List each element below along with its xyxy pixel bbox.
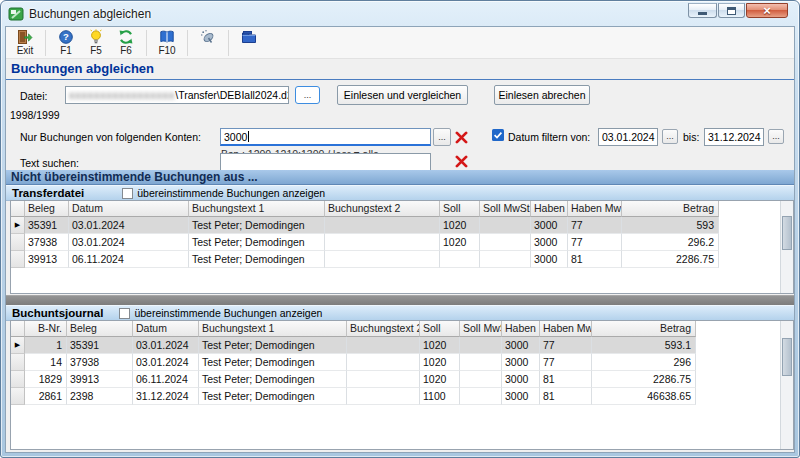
bulb-f5-button[interactable]: F5 <box>81 29 111 56</box>
date-to-input[interactable]: 31.12.2024 <box>704 128 764 146</box>
cell <box>480 251 531 268</box>
cell: 2861 <box>25 388 67 405</box>
clear-text-search-icon[interactable] <box>455 155 468 168</box>
row-selector: ▶ <box>11 217 25 234</box>
cell: 1829 <box>25 371 67 388</box>
accounts-browse-button[interactable]: ... <box>433 128 451 146</box>
date-filter-checkbox[interactable] <box>492 129 504 141</box>
cell: 06.11.2024 <box>69 251 189 268</box>
file-path-redacted: xxxxxxxxxxxxxxxxx <box>69 89 175 101</box>
col-header-haben: Haben <box>502 321 540 337</box>
date-from-input[interactable]: 03.01.2024 <box>598 128 658 146</box>
journal-section-header: Buchuntsjournal übereinstimmende Buchung… <box>6 305 794 321</box>
text-search-input[interactable] <box>220 153 431 171</box>
minimize-button[interactable] <box>688 3 717 18</box>
transmit-button[interactable] <box>193 29 223 45</box>
cell <box>347 354 420 371</box>
journal-f10-button[interactable]: F10 <box>152 29 182 56</box>
cell <box>460 388 502 405</box>
file-label: Datei: <box>20 90 47 102</box>
cell: 3000 <box>502 388 540 405</box>
scrollbar-thumb[interactable] <box>782 216 792 250</box>
svg-text:?: ? <box>63 31 69 42</box>
toolbar-separator <box>45 30 46 56</box>
cell: 1020 <box>440 217 480 234</box>
cell <box>325 217 440 234</box>
cell: Test Peter; Demodingen <box>189 251 325 268</box>
file-browse-button[interactable]: ... <box>295 86 320 104</box>
row-filler <box>696 354 780 371</box>
transfer-title: Transferdatei <box>12 187 84 199</box>
scrollbar-thumb[interactable] <box>782 338 792 376</box>
cancel-read-button[interactable]: Einlesen abrechen <box>494 85 590 105</box>
cell: Test Peter; Demodingen <box>199 354 347 371</box>
cell <box>347 388 420 405</box>
col-header-buchungstext1: Buchungstext 1 <box>189 201 325 217</box>
exit-button[interactable]: Exit <box>10 29 40 56</box>
row-filler <box>719 251 780 268</box>
cell: 1020 <box>440 234 480 251</box>
col-header-datum: Datum <box>133 321 199 337</box>
folder-icon <box>241 29 257 45</box>
cell: 35391 <box>25 217 69 234</box>
journal-show-matching-checkbox[interactable] <box>119 308 130 319</box>
row-selector <box>11 388 25 405</box>
cell: 14 <box>25 354 67 371</box>
current-row-arrow-icon: ▶ <box>15 221 20 229</box>
cell: 35391 <box>67 337 133 354</box>
date-from-browse-button[interactable]: ... <box>662 129 678 144</box>
row-filler <box>696 388 780 405</box>
current-row-arrow-icon: ▶ <box>15 341 20 349</box>
journal-scrollbar[interactable] <box>780 321 793 449</box>
close-button[interactable]: × <box>746 3 788 18</box>
section-splitter[interactable] <box>6 295 794 305</box>
cell: 296.2 <box>622 234 719 251</box>
cell: 37938 <box>25 234 69 251</box>
transfer-scrollbar[interactable] <box>780 201 793 293</box>
col-header-beleg: Beleg <box>67 321 133 337</box>
date-filter-label: Datum filtern von: <box>508 131 590 143</box>
read-and-compare-button[interactable]: Einlesen und vergleichen <box>337 85 468 105</box>
row-filler <box>696 371 780 388</box>
col-header-haben-mwst: Haben MwS <box>540 321 592 337</box>
f6-label: F6 <box>120 45 132 56</box>
heading-divider <box>6 79 794 80</box>
fiscal-years: 1998/1999 <box>10 109 60 121</box>
col-header-beleg: Beleg <box>25 201 69 217</box>
cell: 77 <box>568 234 622 251</box>
maximize-icon <box>727 7 736 15</box>
col-header-bnr: B-Nr. <box>25 321 67 337</box>
file-path-input[interactable]: xxxxxxxxxxxxxxxxx\Transfer\DEBIall2024.d… <box>65 86 289 104</box>
cell <box>347 371 420 388</box>
accounts-filter-value: 3000 <box>224 131 247 143</box>
cell <box>325 234 440 251</box>
help-f1-button[interactable]: ? F1 <box>51 29 81 56</box>
cell <box>325 251 440 268</box>
toolbar-separator <box>228 30 229 56</box>
folder-button[interactable] <box>234 29 264 45</box>
f1-label: F1 <box>60 45 72 56</box>
refresh-icon <box>118 29 134 45</box>
cell: 3000 <box>531 234 568 251</box>
cell <box>347 337 420 354</box>
refresh-f6-button[interactable]: F6 <box>111 29 141 56</box>
col-header-haben: Haben <box>531 201 568 217</box>
cell: 81 <box>568 251 622 268</box>
clear-accounts-icon[interactable] <box>455 131 468 144</box>
col-header-betrag: Betrag <box>592 321 696 337</box>
section-title: Nicht übereinstimmende Buchungen aus ... <box>6 170 794 185</box>
row-filler <box>696 337 780 354</box>
toolbar: Exit ? F1 F5 <box>6 27 794 59</box>
satellite-dish-icon <box>200 29 216 45</box>
maximize-button[interactable] <box>718 3 745 18</box>
cell: 3000 <box>531 251 568 268</box>
transfer-show-matching-checkbox[interactable] <box>122 188 133 199</box>
accounts-filter-input[interactable]: 3000 <box>220 128 431 146</box>
cell: 77 <box>568 217 622 234</box>
cell: 03.01.2024 <box>133 354 199 371</box>
date-to-browse-button[interactable]: ... <box>768 129 784 144</box>
row-selector <box>11 371 25 388</box>
col-header-buchungstext2: Buchungstext 2 <box>347 321 420 337</box>
row-selector-header <box>11 201 25 217</box>
close-icon: × <box>763 4 771 17</box>
